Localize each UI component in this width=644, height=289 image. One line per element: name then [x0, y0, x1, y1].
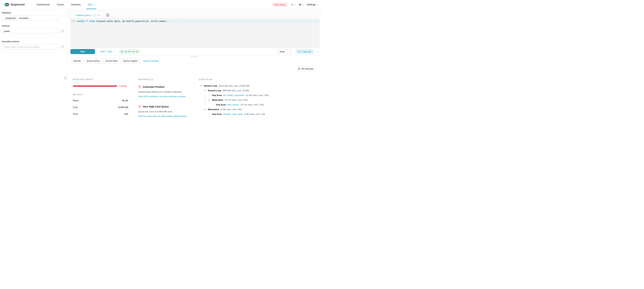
sql-editor[interactable]: 1 select * from cleaned_sales_data, wb_h…: [70, 18, 320, 48]
tab-result-stats[interactable]: Result Stats: [103, 58, 120, 64]
warning-suggestion-link[interactable]: Add JOIN conditions to avoid cartesian p…: [138, 95, 190, 98]
collapse-sidebar-button[interactable]: [63, 76, 66, 80]
limit-dropdown[interactable]: LIMIT: 1000 ▼: [100, 50, 114, 53]
refresh-tables-icon[interactable]: [61, 45, 64, 48]
line-number: 1: [70, 20, 76, 23]
schema-label: Schema: [2, 24, 66, 27]
clock-icon: [121, 50, 123, 53]
schema-select[interactable]: public: [2, 28, 59, 34]
tree-collapse-toggle[interactable]: [204, 109, 208, 110]
metric-row-rows: Rows 90.3K: [73, 97, 128, 104]
new-item-menu[interactable]: +: [291, 3, 295, 6]
run-button[interactable]: Run: [70, 49, 95, 54]
plus-icon: +: [291, 3, 293, 6]
estimator-columns: RESOURCE IMPACT Critical METRICS Rows 90…: [67, 74, 322, 144]
settings-menu[interactable]: Settings: [307, 3, 318, 6]
save-options-button[interactable]: [288, 49, 292, 54]
tree-guide-line: [205, 93, 206, 107]
sidebar-divider: [2, 53, 63, 53]
editor-toolbar: Run LIMIT: 1000 ▼ 00:00:00.00 Save: [67, 48, 322, 55]
chevron-left-icon: [64, 77, 66, 78]
results-tabstrip: Results Query history Result Stats Query…: [67, 58, 322, 64]
table-select[interactable]: Select table or type to search tables: [2, 44, 59, 50]
plan-node: Seq Scan cleaned_sales_data (2.8K rows, …: [198, 112, 318, 116]
query-plan-column: QUERY PLAN Nested Loop (2515.0B rows, co…: [194, 74, 322, 144]
superset-logo[interactable]: Superset: [4, 0, 24, 9]
saved-check-icon: ✓: [94, 14, 96, 16]
plan-table-link[interactable]: cleaned_sales_data: [223, 113, 243, 115]
tree-guide-line: [209, 112, 210, 114]
nav-links: Dashboards Charts Datasets SQL: [33, 0, 98, 9]
query-timer: 00:00:00.00: [118, 49, 140, 54]
impact-progress-bar: [73, 85, 117, 87]
warning-suggestion-link[interactable]: Review query plan for optimization oppor…: [138, 115, 190, 117]
database-select[interactable]: postgresql examples: [2, 15, 59, 21]
environment-badge: flask-debug: [272, 3, 288, 6]
more-actions-button[interactable]: ···: [316, 50, 320, 53]
tree-collapse-toggle[interactable]: [204, 90, 208, 91]
link-icon: [298, 50, 300, 53]
database-value: examples: [19, 17, 29, 19]
tree-collapse-toggle[interactable]: [208, 99, 212, 100]
save-button[interactable]: Save: [277, 49, 288, 54]
timer-value: 00:00:00.00: [124, 50, 138, 53]
warning-item: Cartesian Product Nested loop without jo…: [138, 85, 190, 98]
tab-results[interactable]: Results: [71, 58, 84, 64]
warning-exclamation-icon: [138, 105, 141, 108]
caret-down-icon: ▼: [113, 51, 114, 52]
schema-value: public: [4, 30, 10, 32]
copy-link-button[interactable]: Copy link: [296, 49, 314, 54]
nav-item-sql[interactable]: SQL: [84, 0, 98, 9]
resource-impact-title: RESOURCE IMPACT: [73, 78, 128, 81]
chevron-down-icon: [94, 3, 95, 5]
theme-menu[interactable]: [298, 3, 304, 6]
chevron-down-icon: [204, 89, 206, 91]
metrics-title: METRICS: [73, 93, 128, 96]
nav-item-charts[interactable]: Charts: [53, 0, 68, 9]
chevron-down-icon: [200, 84, 202, 86]
tab-query-insights[interactable]: Query Insights: [121, 58, 140, 64]
warning-exclamation-icon: [138, 85, 141, 88]
tree-collapse-toggle[interactable]: [200, 85, 204, 86]
query-tabbar: ⁞ Untitled Query 1 ✓ ✕: [67, 9, 322, 18]
sql-code-line[interactable]: select * from cleaned_sales_data, wb_hea…: [77, 20, 167, 23]
navbar-right: flask-debug + Settings: [272, 0, 318, 9]
tab-query-history[interactable]: Query history: [84, 58, 102, 64]
estimator-header: Re-estimate: [67, 64, 322, 74]
lightning-icon: [298, 67, 300, 70]
superset-logo-icon: [4, 2, 9, 7]
tree-guide-line: [209, 114, 212, 114]
drag-handle-icon[interactable]: ⁞: [74, 14, 74, 16]
chevron-down-icon: [56, 31, 57, 32]
chevron-down-icon: [204, 108, 206, 110]
query-plan-tree: Nested Loop (2515.0B rows, cost: 31456.0…: [198, 83, 318, 116]
tab-query-estimator[interactable]: Query Estimator: [141, 58, 162, 64]
plan-table-link[interactable]: wb_health_population: [223, 94, 244, 96]
nav-item-datasets[interactable]: Datasets: [68, 0, 84, 9]
chevron-down-icon: [56, 17, 57, 19]
plan-node: Nested Loop (2515.0B rows, cost: 31456.0…: [198, 83, 318, 88]
nav-item-dashboards[interactable]: Dashboards: [33, 0, 53, 9]
database-label: Database: [2, 11, 66, 14]
metric-row-cost: Cost 31456.0M: [73, 104, 128, 111]
close-tab-icon[interactable]: ✕: [98, 14, 100, 16]
refresh-schemas-icon[interactable]: [61, 30, 64, 33]
theme-sun-icon: [298, 3, 302, 6]
warning-description: Nested loop without join condition detec…: [138, 91, 190, 93]
plan-node: Materialize (75.7K rows, cost: 2.6K): [198, 97, 318, 102]
warning-title: Very High Cost Query: [143, 105, 169, 108]
print-margin-line: [176, 19, 176, 48]
splitter-grip[interactable]: [67, 55, 322, 57]
plan-table-link[interactable]: birth_names: [227, 103, 239, 106]
table-schema-label: See table schema: [2, 40, 66, 43]
database-engine-tag: postgresql: [4, 16, 17, 20]
tree-guide-line: [209, 95, 212, 95]
add-query-tab-button[interactable]: [105, 12, 111, 18]
chevron-down-icon: [316, 3, 318, 5]
tree-guide-line: [209, 93, 210, 96]
warning-title: Cartesian Product: [143, 85, 164, 88]
reestimate-button[interactable]: Re-estimate: [296, 66, 316, 71]
query-tab[interactable]: ⁞ Untitled Query 1 ✓ ✕: [71, 12, 103, 18]
warnings-title: WARNINGS (2): [138, 78, 190, 81]
plus-circle-icon: [106, 13, 109, 17]
